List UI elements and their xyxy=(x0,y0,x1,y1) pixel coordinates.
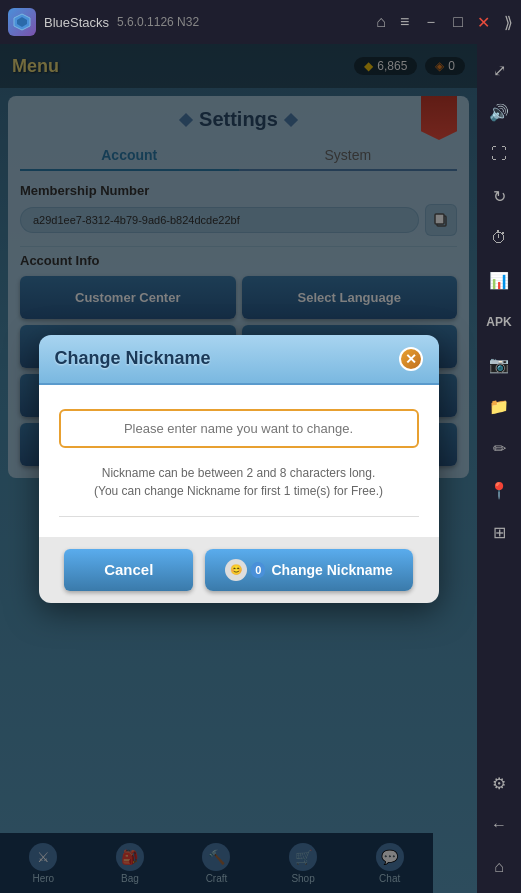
change-nickname-modal: Change Nickname ✕ Nickname can be betwee… xyxy=(39,335,439,603)
toggle-avatar-icon: 😊 xyxy=(225,559,247,581)
cancel-button[interactable]: Cancel xyxy=(64,549,193,591)
modal-overlay: Change Nickname ✕ Nickname can be betwee… xyxy=(0,44,477,893)
confirm-button-label: Change Nickname xyxy=(271,562,392,578)
modal-header: Change Nickname ✕ xyxy=(39,335,439,385)
modal-footer: Cancel 😊 0 Change Nickname xyxy=(39,537,439,603)
nickname-input[interactable] xyxy=(59,409,419,448)
sidebar-edit-icon[interactable]: ✏ xyxy=(481,430,517,466)
modal-hint-line1: Nickname can be between 2 and 8 characte… xyxy=(94,464,383,482)
sidebar-fullscreen-icon[interactable]: ⛶ xyxy=(481,136,517,172)
sidebar-location-icon[interactable]: 📍 xyxy=(481,472,517,508)
right-sidebar: ⤢ 🔊 ⛶ ↻ ⏱ 📊 APK 📷 📁 ✏ 📍 ⊞ ⚙ ← ⌂ xyxy=(477,44,521,893)
game-area: Menu ◆ 6,865 ◈ 0 Settings Acco xyxy=(0,44,477,893)
sidebar-rotate-icon[interactable]: ↻ xyxy=(481,178,517,214)
toggle-value: 0 xyxy=(255,564,261,576)
sidebar-volume-icon[interactable]: 🔊 xyxy=(481,94,517,130)
bluestacks-logo xyxy=(8,8,36,36)
sidebar-settings-icon[interactable]: ⚙ xyxy=(481,765,517,801)
top-bar: BlueStacks 5.6.0.1126 N32 ⌂ ≡ － □ ✕ ⟫ xyxy=(0,0,521,44)
sidebar-back-icon[interactable]: ← xyxy=(481,807,517,843)
minimize-icon[interactable]: － xyxy=(423,12,439,33)
sidebar-camera-icon[interactable]: 📷 xyxy=(481,346,517,382)
sidebar-home-icon[interactable]: ⌂ xyxy=(481,849,517,885)
home-icon[interactable]: ⌂ xyxy=(376,13,386,31)
sidebar-chart-icon[interactable]: 📊 xyxy=(481,262,517,298)
close-icon[interactable]: ✕ xyxy=(477,13,490,32)
app-version: 5.6.0.1126 N32 xyxy=(117,15,199,29)
sidebar-apk-icon[interactable]: APK xyxy=(481,304,517,340)
modal-close-button[interactable]: ✕ xyxy=(399,347,423,371)
sidebar-layers-icon[interactable]: ⊞ xyxy=(481,514,517,550)
bluestacks-frame: BlueStacks 5.6.0.1126 N32 ⌂ ≡ － □ ✕ ⟫ ⤢ … xyxy=(0,0,521,893)
toggle-track: 0 xyxy=(251,562,265,578)
modal-hint-line2: (You can change Nickname for first 1 tim… xyxy=(94,482,383,500)
sidebar-clock-icon[interactable]: ⏱ xyxy=(481,220,517,256)
modal-divider xyxy=(59,516,419,517)
nickname-toggle: 😊 0 xyxy=(225,559,265,581)
modal-body: Nickname can be between 2 and 8 characte… xyxy=(39,385,439,537)
hamburger-icon[interactable]: ≡ xyxy=(400,13,409,31)
maximize-icon[interactable]: □ xyxy=(453,13,463,31)
modal-hint: Nickname can be between 2 and 8 characte… xyxy=(94,464,383,500)
window-controls: ⌂ ≡ － □ ✕ ⟫ xyxy=(376,12,513,33)
app-title: BlueStacks xyxy=(44,15,109,30)
collapse-icon[interactable]: ⟫ xyxy=(504,13,513,32)
sidebar-folder-icon[interactable]: 📁 xyxy=(481,388,517,424)
modal-title: Change Nickname xyxy=(55,348,211,369)
change-nickname-button[interactable]: 😊 0 Change Nickname xyxy=(205,549,413,591)
sidebar-expand-icon[interactable]: ⤢ xyxy=(481,52,517,88)
